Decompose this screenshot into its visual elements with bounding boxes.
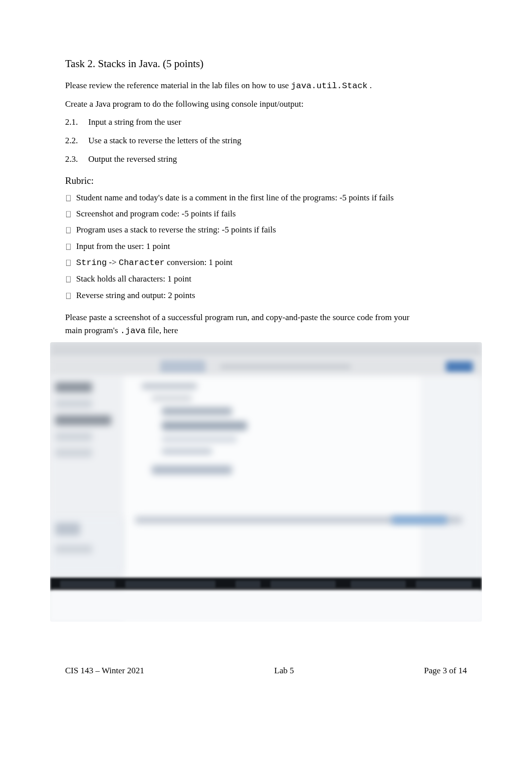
ss-sidebar-item <box>55 399 92 408</box>
ss-code-line <box>162 407 232 415</box>
ss-taskbar-seg <box>427 581 472 588</box>
ss-code-line <box>142 383 197 389</box>
bullet-icon: ⎕ <box>66 208 76 219</box>
step-number: 2.2. <box>65 134 86 147</box>
paste-code: .java <box>120 326 146 336</box>
bullet-icon: ⎕ <box>66 224 76 235</box>
rubric-text: Reverse string and output: 2 points <box>76 289 467 302</box>
rubric-list: ⎕ Student name and today's date is a com… <box>66 191 467 302</box>
ss-taskbar-seg <box>271 581 336 588</box>
ss-console-link <box>392 516 447 524</box>
ss-sidebar-item <box>55 432 92 441</box>
paste-instructions: Please paste a screenshot of a successfu… <box>65 311 467 338</box>
ss-taskbar-seg <box>351 581 406 588</box>
ss-tab <box>160 360 205 373</box>
step-item: 2.3. Output the reversed string <box>65 152 467 166</box>
rubric-text: Input from the user: 1 point <box>76 240 467 253</box>
ss-code-line <box>152 465 232 474</box>
rubric-text: Student name and today's date is a comme… <box>76 191 467 204</box>
rubric-heading: Rubric: <box>65 175 467 186</box>
rubric-text: Stack holds all characters: 1 point <box>76 273 467 286</box>
ss-bottom-block <box>55 545 92 554</box>
paste-line2-prefix: main program's <box>65 326 120 335</box>
paste-line2-suffix: file, here <box>146 326 178 335</box>
rubric-item: ⎕ Student name and today's date is a com… <box>66 191 467 204</box>
ss-code-line <box>162 436 237 442</box>
arrow-text: -> <box>107 257 119 267</box>
ss-tab-text <box>220 364 351 369</box>
intro-suffix: . <box>368 81 372 90</box>
blurred-screenshot <box>50 342 482 622</box>
intro-paragraph: Please review the reference material in … <box>65 79 467 93</box>
bullet-icon: ⎕ <box>66 192 76 203</box>
rubric-text: String -> Character conversion: 1 point <box>76 256 467 270</box>
intro-code: java.util.Stack <box>291 81 368 91</box>
create-paragraph: Create a Java program to do the followin… <box>65 98 467 111</box>
ss-badge <box>446 361 473 372</box>
ss-divider <box>123 512 482 516</box>
step-number: 2.1. <box>65 115 86 129</box>
bullet-icon: ⎕ <box>66 256 76 268</box>
ss-taskbar <box>50 578 482 591</box>
ss-below <box>50 591 482 622</box>
step-text: Use a stack to reverse the letters of th… <box>88 136 241 145</box>
ss-taskbar-seg <box>60 581 115 588</box>
intro-prefix: Please review the reference material in … <box>65 81 291 90</box>
ss-code-line <box>162 448 212 454</box>
ss-sidebar-item <box>55 382 92 392</box>
step-text: Output the reversed string <box>88 154 177 164</box>
conversion-suffix: conversion: 1 point <box>165 257 233 267</box>
rubric-text: Program uses a stack to reverse the stri… <box>76 223 467 236</box>
numbered-steps: 2.1. Input a string from the user 2.2. U… <box>65 115 467 166</box>
ss-code-line <box>152 395 192 401</box>
step-text: Input a string from the user <box>88 117 181 127</box>
rubric-item: ⎕ Program uses a stack to reverse the st… <box>66 223 467 236</box>
step-number: 2.3. <box>65 152 86 166</box>
footer-center: Lab 5 <box>275 666 294 676</box>
ss-bottom-sidebar <box>50 517 123 573</box>
page-footer: CIS 143 – Winter 2021 Lab 5 Page 3 of 14 <box>65 666 467 676</box>
ss-taskbar-seg <box>125 581 215 588</box>
paste-line1: Please paste a screenshot of a successfu… <box>65 313 409 322</box>
ss-bottom-block <box>55 523 80 536</box>
footer-right: Page 3 of 14 <box>424 666 467 676</box>
ss-taskbar-seg <box>235 581 260 588</box>
ss-tabrow <box>50 357 482 376</box>
ss-code-line <box>162 421 247 430</box>
code-string: String <box>76 258 107 268</box>
code-character: Character <box>119 258 165 268</box>
rubric-item: ⎕ Stack holds all characters: 1 point <box>66 273 467 286</box>
ss-titlebar <box>50 342 482 357</box>
rubric-item: ⎕ Screenshot and program code: -5 points… <box>66 207 467 220</box>
rubric-text: Screenshot and program code: -5 points i… <box>76 207 467 220</box>
rubric-item: ⎕ Input from the user: 1 point <box>66 240 467 253</box>
ss-sidebar-item <box>55 448 92 457</box>
step-item: 2.2. Use a stack to reverse the letters … <box>65 134 467 147</box>
rubric-item-conversion: ⎕ String -> Character conversion: 1 poin… <box>66 256 467 270</box>
footer-left: CIS 143 – Winter 2021 <box>65 666 144 676</box>
bullet-icon: ⎕ <box>66 240 76 252</box>
bullet-icon: ⎕ <box>66 273 76 285</box>
ss-sidebar-item <box>55 415 111 425</box>
rubric-item: ⎕ Reverse string and output: 2 points <box>66 289 467 302</box>
step-item: 2.1. Input a string from the user <box>65 115 467 129</box>
task-title: Task 2. Stacks in Java. (5 points) <box>65 58 467 70</box>
bullet-icon: ⎕ <box>66 290 76 301</box>
